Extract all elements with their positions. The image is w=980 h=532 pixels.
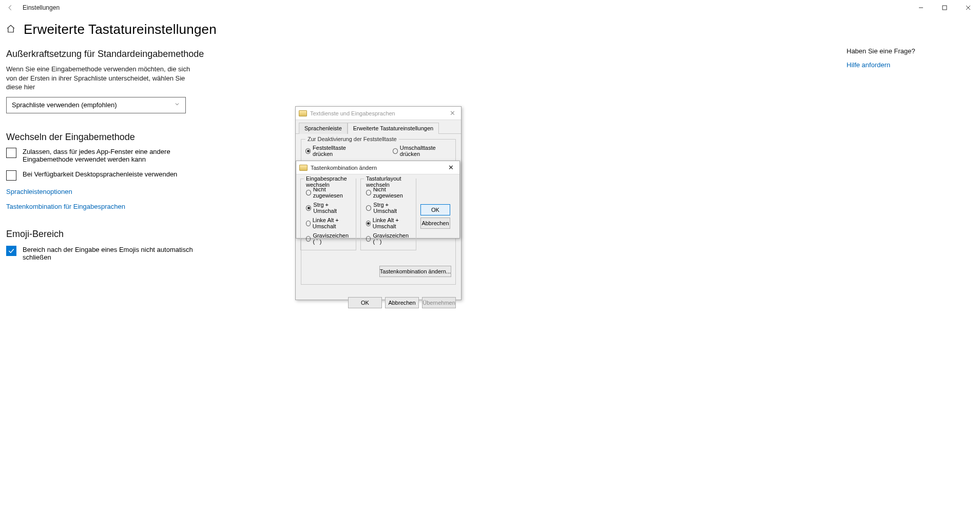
minimize-button[interactable] <box>909 0 933 15</box>
help-question: Haben Sie eine Frage? <box>847 47 965 55</box>
section-switch-heading: Wechseln der Eingabemethode <box>6 132 314 143</box>
dlg1-cancel-button[interactable]: Abbrechen <box>385 297 419 308</box>
dlg1-apply-button: Übernehmen <box>422 297 456 308</box>
link-language-bar-options[interactable]: Sprachleistenoptionen <box>6 188 72 195</box>
panel-input-language-legend: Eingabesprache wechseln <box>304 175 356 188</box>
radio-press-capslock-label: Feststelltaste drücken <box>313 145 362 157</box>
radio-layout-ctrl-shift-label: Strg + Umschalt <box>373 202 411 214</box>
page-heading: Erweiterte Tastatureinstellungen <box>24 22 217 37</box>
section-emoji-heading: Emoji-Bereich <box>6 229 314 240</box>
keyboard-icon <box>299 165 308 171</box>
dialog-change-hotkey-title: Tastenkombination ändern <box>311 165 445 171</box>
dlg1-ok-button[interactable]: OK <box>348 297 382 308</box>
radio-layout-not-assigned[interactable] <box>366 190 371 195</box>
close-button[interactable] <box>956 0 980 15</box>
home-icon[interactable] <box>6 24 15 35</box>
checkbox-per-app-window-label: Zulassen, dass für jedes App-Fenster ein… <box>23 148 196 163</box>
dialog-change-hotkey: Tastenkombination ändern ✕ Eingabesprach… <box>296 161 460 239</box>
keyboard-icon <box>299 110 307 116</box>
checkbox-emoji-autoclose[interactable] <box>6 246 16 256</box>
back-button[interactable] <box>0 0 21 15</box>
help-sidebar: Haben Sie eine Frage? Hilfe anfordern <box>847 47 965 69</box>
dlg2-ok-button[interactable]: OK <box>420 204 450 215</box>
radio-layout-grave-label: Graviszeichen ( ` ) <box>373 232 411 245</box>
chevron-down-icon <box>174 101 180 109</box>
change-hotkey-button[interactable]: Tastenkombination ändern... <box>379 266 451 277</box>
dialog-text-services-title: Textdienste und Eingabesprachen <box>310 110 447 116</box>
link-hotkey-languages[interactable]: Tastenkombination für Eingabesprachen <box>6 203 125 210</box>
radio-lang-lalt-shift-label: Linke Alt + Umschalt <box>313 217 351 229</box>
default-input-method-dropdown[interactable]: Sprachliste verwenden (empfohlen) <box>6 97 186 113</box>
window-title: Einstellungen <box>21 4 60 11</box>
radio-layout-not-assigned-label: Nicht zugewiesen <box>373 186 411 199</box>
radio-press-capslock[interactable] <box>305 148 311 154</box>
panel-layout-legend: Tastaturlayout wechseln <box>364 175 416 188</box>
help-link[interactable]: Hilfe anfordern <box>847 61 890 69</box>
fieldset-capslock-legend: Zur Deaktivierung der Feststelltaste <box>305 136 399 142</box>
radio-lang-ctrl-shift[interactable] <box>306 205 311 211</box>
radio-lang-not-assigned[interactable] <box>306 190 311 195</box>
dialog-text-services-close[interactable]: ✕ <box>447 109 458 117</box>
checkbox-emoji-autoclose-label: Bereich nach der Eingabe eines Emojis ni… <box>23 246 196 261</box>
radio-lang-lalt-shift[interactable] <box>306 221 311 226</box>
checkbox-per-app-window[interactable] <box>6 148 16 158</box>
radio-layout-lalt-shift-label: Linke Alt + Umschalt <box>373 217 411 229</box>
section-override-desc: Wenn Sie eine Eingabemethode verwenden m… <box>6 65 196 92</box>
checkbox-desktop-language-bar-label: Bei Verfügbarkeit Desktopsprachenleiste … <box>23 170 177 178</box>
svg-rect-1 <box>943 6 947 10</box>
radio-layout-ctrl-shift[interactable] <box>366 205 371 211</box>
dlg2-cancel-button[interactable]: Abbrechen <box>420 218 450 229</box>
radio-press-shift[interactable] <box>393 148 398 154</box>
radio-lang-ctrl-shift-label: Strg + Umschalt <box>313 202 351 214</box>
tab-language-bar[interactable]: Sprachenleiste <box>299 123 348 134</box>
maximize-button[interactable] <box>933 0 956 15</box>
radio-lang-grave[interactable] <box>306 236 311 242</box>
dropdown-value: Sprachliste verwenden (empfohlen) <box>12 101 117 109</box>
section-override-heading: Außerkraftsetzung für Standardeingabemet… <box>6 49 314 60</box>
window-titlebar: Einstellungen <box>0 0 980 15</box>
checkbox-desktop-language-bar[interactable] <box>6 170 16 181</box>
radio-press-shift-label: Umschalttaste drücken <box>400 145 451 157</box>
radio-layout-grave[interactable] <box>366 236 371 242</box>
radio-layout-lalt-shift[interactable] <box>366 221 371 226</box>
radio-lang-grave-label: Graviszeichen ( ` ) <box>313 232 351 245</box>
tab-advanced-keyboard[interactable]: Erweiterte Tastatureinstellungen <box>348 123 439 134</box>
dialog-change-hotkey-close[interactable]: ✕ <box>445 164 456 171</box>
radio-lang-not-assigned-label: Nicht zugewiesen <box>313 186 351 199</box>
